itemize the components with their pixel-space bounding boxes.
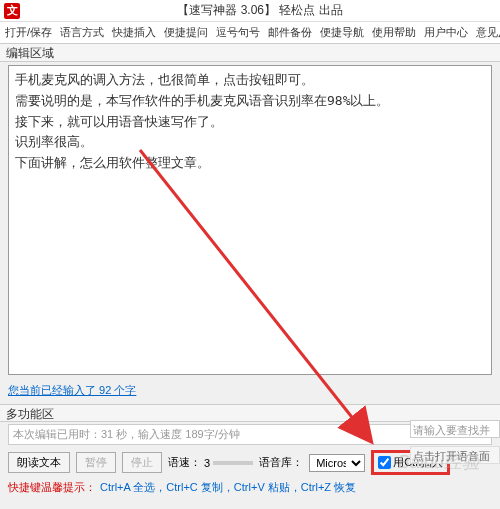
- menu-help[interactable]: 使用帮助: [369, 23, 419, 42]
- search-delete-input[interactable]: 请输入要查找并删除的内容: [410, 420, 500, 438]
- hotkey-hint: 快捷键温馨提示：Ctrl+A 全选，Ctrl+C 复制，Ctrl+V 粘贴，Ct…: [0, 478, 500, 497]
- stop-button[interactable]: 停止: [122, 452, 162, 473]
- menubar: 打开/保存 语言方式 快捷插入 便捷提问 逗号句号 邮件备份 便捷导航 使用帮助…: [0, 22, 500, 44]
- speed-value: 3: [204, 457, 210, 469]
- hotkey-text: Ctrl+A 全选，Ctrl+C 复制，Ctrl+V 粘贴，Ctrl+Z 恢复: [100, 481, 356, 493]
- menu-quick-insert[interactable]: 快捷插入: [109, 23, 159, 42]
- speed-label: 语速：: [168, 455, 201, 470]
- menu-user[interactable]: 用户中心: [421, 23, 471, 42]
- menu-open-save[interactable]: 打开/保存: [2, 23, 55, 42]
- ctrl-insert-checkbox[interactable]: [378, 456, 391, 469]
- menu-nav[interactable]: 便捷导航: [317, 23, 367, 42]
- menu-mail-backup[interactable]: 邮件备份: [265, 23, 315, 42]
- menu-quick-ask[interactable]: 便捷提问: [161, 23, 211, 42]
- voice-lib-select[interactable]: Microso: [309, 454, 365, 472]
- menu-punctuation[interactable]: 逗号句号: [213, 23, 263, 42]
- editor-textarea[interactable]: [8, 65, 492, 375]
- editor-section-label: 编辑区域: [0, 44, 500, 62]
- voice-panel-hint[interactable]: 点击打开语音面板: [410, 446, 500, 464]
- hotkey-prefix: 快捷键温馨提示：: [8, 481, 96, 493]
- window-title: 【速写神器 3.06】 轻松点 出品: [24, 2, 496, 19]
- char-count-status: 您当前已经输入了 92 个字: [0, 381, 500, 400]
- read-text-button[interactable]: 朗读文本: [8, 452, 70, 473]
- speed-slider[interactable]: [213, 461, 253, 465]
- menu-feedback[interactable]: 意见反馈: [473, 23, 500, 42]
- app-icon: 文: [4, 3, 20, 19]
- voice-lib-label: 语音库：: [259, 455, 303, 470]
- pause-button[interactable]: 暂停: [76, 452, 116, 473]
- menu-language[interactable]: 语言方式: [57, 23, 107, 42]
